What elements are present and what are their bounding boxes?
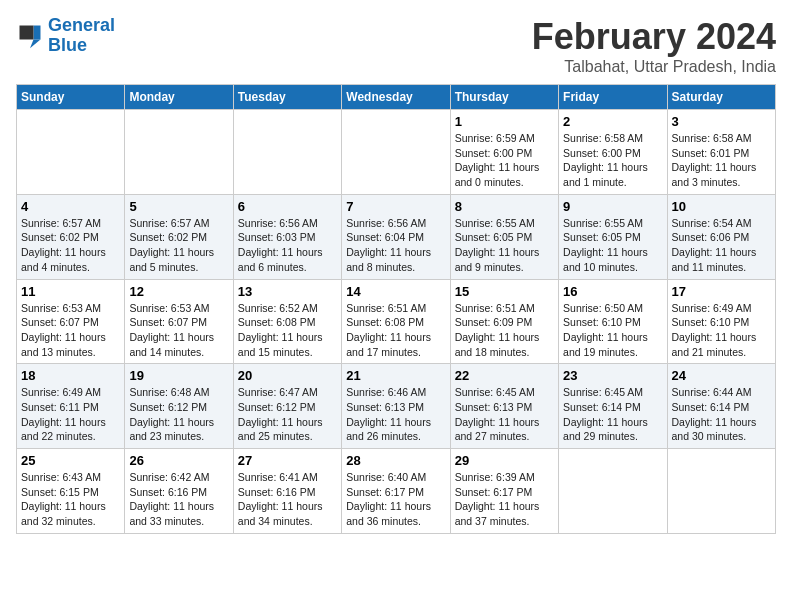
day-info: Sunrise: 6:47 AM Sunset: 6:12 PM Dayligh… — [238, 385, 337, 444]
calendar-cell: 16Sunrise: 6:50 AM Sunset: 6:10 PM Dayli… — [559, 279, 667, 364]
day-info: Sunrise: 6:39 AM Sunset: 6:17 PM Dayligh… — [455, 470, 554, 529]
day-number: 3 — [672, 114, 771, 129]
title-area: February 2024 Talbahat, Uttar Pradesh, I… — [532, 16, 776, 76]
main-title: February 2024 — [532, 16, 776, 58]
calendar-cell: 13Sunrise: 6:52 AM Sunset: 6:08 PM Dayli… — [233, 279, 341, 364]
day-number: 1 — [455, 114, 554, 129]
day-number: 22 — [455, 368, 554, 383]
col-header-thursday: Thursday — [450, 85, 558, 110]
day-info: Sunrise: 6:54 AM Sunset: 6:06 PM Dayligh… — [672, 216, 771, 275]
day-number: 12 — [129, 284, 228, 299]
col-header-friday: Friday — [559, 85, 667, 110]
day-info: Sunrise: 6:52 AM Sunset: 6:08 PM Dayligh… — [238, 301, 337, 360]
calendar-cell: 20Sunrise: 6:47 AM Sunset: 6:12 PM Dayli… — [233, 364, 341, 449]
day-info: Sunrise: 6:58 AM Sunset: 6:00 PM Dayligh… — [563, 131, 662, 190]
day-number: 23 — [563, 368, 662, 383]
calendar-cell: 11Sunrise: 6:53 AM Sunset: 6:07 PM Dayli… — [17, 279, 125, 364]
calendar-cell — [17, 110, 125, 195]
calendar-cell — [233, 110, 341, 195]
day-number: 11 — [21, 284, 120, 299]
calendar-cell — [667, 449, 775, 534]
day-number: 4 — [21, 199, 120, 214]
calendar-cell: 25Sunrise: 6:43 AM Sunset: 6:15 PM Dayli… — [17, 449, 125, 534]
day-number: 6 — [238, 199, 337, 214]
day-info: Sunrise: 6:46 AM Sunset: 6:13 PM Dayligh… — [346, 385, 445, 444]
sub-title: Talbahat, Uttar Pradesh, India — [532, 58, 776, 76]
calendar-cell: 17Sunrise: 6:49 AM Sunset: 6:10 PM Dayli… — [667, 279, 775, 364]
day-number: 5 — [129, 199, 228, 214]
day-number: 2 — [563, 114, 662, 129]
day-number: 15 — [455, 284, 554, 299]
logo-general: General — [48, 15, 115, 35]
logo-icon — [16, 22, 44, 50]
day-number: 9 — [563, 199, 662, 214]
calendar-cell: 14Sunrise: 6:51 AM Sunset: 6:08 PM Dayli… — [342, 279, 450, 364]
day-info: Sunrise: 6:48 AM Sunset: 6:12 PM Dayligh… — [129, 385, 228, 444]
day-info: Sunrise: 6:42 AM Sunset: 6:16 PM Dayligh… — [129, 470, 228, 529]
day-info: Sunrise: 6:55 AM Sunset: 6:05 PM Dayligh… — [563, 216, 662, 275]
calendar-cell — [559, 449, 667, 534]
day-number: 28 — [346, 453, 445, 468]
day-info: Sunrise: 6:49 AM Sunset: 6:10 PM Dayligh… — [672, 301, 771, 360]
day-info: Sunrise: 6:56 AM Sunset: 6:03 PM Dayligh… — [238, 216, 337, 275]
day-number: 16 — [563, 284, 662, 299]
col-header-sunday: Sunday — [17, 85, 125, 110]
day-number: 29 — [455, 453, 554, 468]
day-number: 17 — [672, 284, 771, 299]
calendar-cell: 22Sunrise: 6:45 AM Sunset: 6:13 PM Dayli… — [450, 364, 558, 449]
day-info: Sunrise: 6:51 AM Sunset: 6:09 PM Dayligh… — [455, 301, 554, 360]
day-info: Sunrise: 6:56 AM Sunset: 6:04 PM Dayligh… — [346, 216, 445, 275]
day-number: 10 — [672, 199, 771, 214]
day-info: Sunrise: 6:49 AM Sunset: 6:11 PM Dayligh… — [21, 385, 120, 444]
day-info: Sunrise: 6:53 AM Sunset: 6:07 PM Dayligh… — [21, 301, 120, 360]
calendar-cell: 18Sunrise: 6:49 AM Sunset: 6:11 PM Dayli… — [17, 364, 125, 449]
calendar-cell: 3Sunrise: 6:58 AM Sunset: 6:01 PM Daylig… — [667, 110, 775, 195]
day-number: 14 — [346, 284, 445, 299]
day-info: Sunrise: 6:58 AM Sunset: 6:01 PM Dayligh… — [672, 131, 771, 190]
day-info: Sunrise: 6:57 AM Sunset: 6:02 PM Dayligh… — [21, 216, 120, 275]
calendar-cell: 19Sunrise: 6:48 AM Sunset: 6:12 PM Dayli… — [125, 364, 233, 449]
calendar-table: SundayMondayTuesdayWednesdayThursdayFrid… — [16, 84, 776, 534]
calendar-cell: 23Sunrise: 6:45 AM Sunset: 6:14 PM Dayli… — [559, 364, 667, 449]
calendar-cell: 6Sunrise: 6:56 AM Sunset: 6:03 PM Daylig… — [233, 194, 341, 279]
day-info: Sunrise: 6:45 AM Sunset: 6:14 PM Dayligh… — [563, 385, 662, 444]
day-info: Sunrise: 6:44 AM Sunset: 6:14 PM Dayligh… — [672, 385, 771, 444]
day-number: 8 — [455, 199, 554, 214]
day-number: 24 — [672, 368, 771, 383]
day-info: Sunrise: 6:57 AM Sunset: 6:02 PM Dayligh… — [129, 216, 228, 275]
calendar-cell: 4Sunrise: 6:57 AM Sunset: 6:02 PM Daylig… — [17, 194, 125, 279]
calendar-cell: 2Sunrise: 6:58 AM Sunset: 6:00 PM Daylig… — [559, 110, 667, 195]
col-header-wednesday: Wednesday — [342, 85, 450, 110]
day-info: Sunrise: 6:43 AM Sunset: 6:15 PM Dayligh… — [21, 470, 120, 529]
day-number: 21 — [346, 368, 445, 383]
day-number: 19 — [129, 368, 228, 383]
logo: General Blue — [16, 16, 115, 56]
day-number: 27 — [238, 453, 337, 468]
logo-text: General Blue — [48, 16, 115, 56]
calendar-cell — [125, 110, 233, 195]
calendar-cell: 1Sunrise: 6:59 AM Sunset: 6:00 PM Daylig… — [450, 110, 558, 195]
day-info: Sunrise: 6:50 AM Sunset: 6:10 PM Dayligh… — [563, 301, 662, 360]
day-info: Sunrise: 6:40 AM Sunset: 6:17 PM Dayligh… — [346, 470, 445, 529]
calendar-cell: 10Sunrise: 6:54 AM Sunset: 6:06 PM Dayli… — [667, 194, 775, 279]
day-info: Sunrise: 6:41 AM Sunset: 6:16 PM Dayligh… — [238, 470, 337, 529]
page-header: General Blue February 2024 Talbahat, Utt… — [16, 16, 776, 76]
day-number: 13 — [238, 284, 337, 299]
calendar-cell — [342, 110, 450, 195]
calendar-cell: 24Sunrise: 6:44 AM Sunset: 6:14 PM Dayli… — [667, 364, 775, 449]
day-number: 18 — [21, 368, 120, 383]
calendar-cell: 26Sunrise: 6:42 AM Sunset: 6:16 PM Dayli… — [125, 449, 233, 534]
day-number: 25 — [21, 453, 120, 468]
day-info: Sunrise: 6:51 AM Sunset: 6:08 PM Dayligh… — [346, 301, 445, 360]
day-number: 7 — [346, 199, 445, 214]
calendar-cell: 28Sunrise: 6:40 AM Sunset: 6:17 PM Dayli… — [342, 449, 450, 534]
calendar-cell: 15Sunrise: 6:51 AM Sunset: 6:09 PM Dayli… — [450, 279, 558, 364]
calendar-cell: 29Sunrise: 6:39 AM Sunset: 6:17 PM Dayli… — [450, 449, 558, 534]
calendar-cell: 7Sunrise: 6:56 AM Sunset: 6:04 PM Daylig… — [342, 194, 450, 279]
day-number: 26 — [129, 453, 228, 468]
day-info: Sunrise: 6:59 AM Sunset: 6:00 PM Dayligh… — [455, 131, 554, 190]
day-number: 20 — [238, 368, 337, 383]
col-header-saturday: Saturday — [667, 85, 775, 110]
day-info: Sunrise: 6:55 AM Sunset: 6:05 PM Dayligh… — [455, 216, 554, 275]
day-info: Sunrise: 6:45 AM Sunset: 6:13 PM Dayligh… — [455, 385, 554, 444]
